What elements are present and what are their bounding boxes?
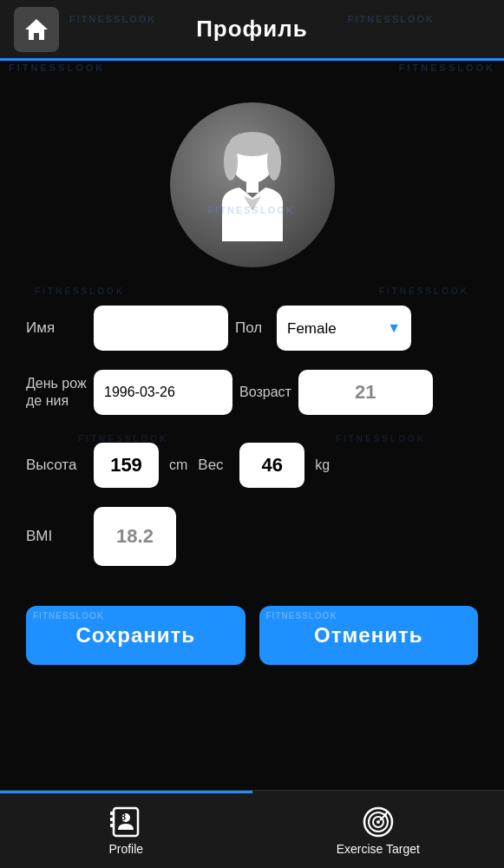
- svg-rect-8: [110, 818, 115, 821]
- save-label: Сохранить: [75, 623, 195, 647]
- watermark-band: FITNESSLOOK FITNESSLOOK: [0, 61, 504, 76]
- home-icon: [23, 17, 49, 42]
- wm-row3: FITNESSLOOK FITNESSLOOK: [26, 434, 478, 443]
- wm5: FITNESSLOOK: [78, 434, 168, 444]
- wm-row2: FITNESSLOOK FITNESSLOOK: [0, 285, 504, 297]
- bmi-row: BMI: [26, 507, 478, 566]
- weight-unit: kg: [315, 457, 330, 473]
- profile-icon: 8: [109, 806, 142, 838]
- wm4: FITNESSLOOK: [379, 286, 469, 296]
- svg-point-15: [376, 820, 380, 824]
- avatar-icon: [196, 128, 309, 241]
- name-gender-row: Имя Пол Female Male ▼: [26, 306, 478, 351]
- exercise-target-nav-label: Exercise Target: [337, 842, 420, 856]
- age-label: Возраст: [239, 384, 291, 400]
- cancel-button[interactable]: FITNESSLOOK Отменить: [259, 606, 479, 665]
- exercise-target-icon: [362, 806, 395, 838]
- height-unit: cm: [169, 457, 187, 473]
- gender-select-wrapper: Female Male ▼: [277, 306, 411, 351]
- name-input[interactable]: [94, 306, 228, 351]
- svg-rect-2: [246, 181, 259, 193]
- birth-input[interactable]: [94, 370, 232, 415]
- btn-wm-right: FITNESSLOOK: [266, 611, 337, 621]
- home-button[interactable]: [14, 7, 59, 52]
- page-title: Профиль: [59, 16, 445, 43]
- avatar-section: FITNESSLOOK: [0, 76, 504, 285]
- bmi-input[interactable]: [94, 507, 176, 566]
- bottom-nav: 8 Profile Exercise Target: [0, 790, 504, 868]
- wm3: FITNESSLOOK: [35, 286, 125, 296]
- birth-label: День рожде ния: [26, 375, 87, 410]
- nav-item-profile[interactable]: 8 Profile: [0, 791, 252, 868]
- form-area: Имя Пол Female Male ▼ День рожде ния Воз…: [0, 297, 504, 594]
- nav-item-exercise-target[interactable]: Exercise Target: [252, 791, 505, 868]
- bmi-label: BMI: [26, 528, 87, 545]
- weight-label: Вес: [198, 457, 232, 474]
- wm1: FITNESSLOOK: [9, 62, 105, 73]
- height-input[interactable]: [94, 443, 159, 488]
- height-weight-row: Высота cm Вес kg: [26, 443, 478, 488]
- btn-wm-left: FITNESSLOOK: [33, 611, 104, 621]
- wm2: FITNESSLOOK: [399, 62, 495, 73]
- svg-marker-0: [25, 19, 48, 40]
- svg-rect-7: [110, 812, 115, 815]
- avatar[interactable]: FITNESSLOOK: [170, 102, 335, 267]
- profile-nav-label: Profile: [108, 842, 143, 856]
- gender-label: Пол: [235, 319, 270, 337]
- age-input[interactable]: [298, 370, 433, 415]
- wm6: FITNESSLOOK: [336, 434, 426, 444]
- svg-point-5: [267, 142, 281, 181]
- name-label: Имя: [26, 319, 87, 337]
- weight-input[interactable]: [239, 443, 304, 488]
- cancel-label: Отменить: [314, 623, 422, 647]
- gender-select[interactable]: Female Male: [277, 306, 411, 351]
- save-button[interactable]: FITNESSLOOK Сохранить: [26, 606, 245, 665]
- birth-age-row: День рожде ния Возраст: [26, 370, 478, 415]
- svg-rect-9: [110, 824, 115, 827]
- svg-text:8: 8: [121, 812, 126, 822]
- svg-point-4: [224, 142, 238, 181]
- buttons-row: FITNESSLOOK Сохранить FITNESSLOOK Отмени…: [0, 597, 504, 674]
- height-label: Высота: [26, 457, 87, 474]
- header: Профиль FITNESSLOOK FITNESSLOOK: [0, 0, 504, 61]
